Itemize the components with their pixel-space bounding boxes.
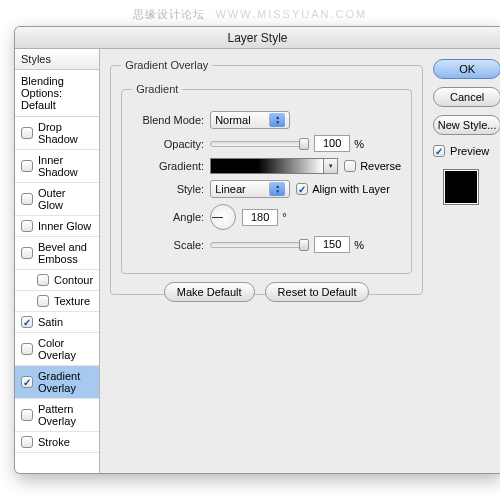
sidebar-checkbox[interactable] [37, 295, 49, 307]
sidebar-checkbox[interactable] [21, 409, 33, 421]
sidebar-item-stroke[interactable]: Stroke [15, 432, 99, 453]
chevron-updown-icon [269, 113, 285, 127]
sidebar-checkbox[interactable] [21, 247, 33, 259]
sidebar-checkbox[interactable] [21, 376, 33, 388]
angle-dial[interactable] [210, 204, 236, 230]
preview-swatch [443, 169, 479, 205]
sidebar-item-label: Bevel and Emboss [38, 241, 93, 265]
reverse-label: Reverse [360, 160, 401, 172]
make-default-button[interactable]: Make Default [164, 282, 255, 302]
sidebar-item-contour[interactable]: Contour [15, 270, 99, 291]
angle-unit: ° [282, 211, 286, 223]
sidebar-checkbox[interactable] [21, 343, 33, 355]
right-column: OK Cancel New Style... Preview [433, 59, 500, 473]
sidebar-item-label: Contour [54, 274, 93, 286]
watermark: 思缘设计论坛 WWW.MISSYUAN.COM [0, 6, 500, 22]
gradient-group: Gradient Blend Mode: Normal Opacity: 100… [121, 83, 412, 274]
opacity-value[interactable]: 100 [314, 135, 350, 152]
sidebar-header[interactable]: Styles [15, 49, 99, 70]
sidebar-checkbox[interactable] [21, 220, 33, 232]
sidebar-item-label: Color Overlay [38, 337, 93, 361]
layer-style-window: Layer Style Styles Blending Options: Def… [14, 26, 500, 474]
window-title: Layer Style [15, 27, 500, 49]
gradient-dropdown-icon[interactable] [324, 158, 338, 174]
blend-mode-select[interactable]: Normal [210, 111, 290, 129]
angle-label: Angle: [132, 211, 204, 223]
opacity-thumb[interactable] [299, 138, 309, 150]
sidebar-blending-options[interactable]: Blending Options: Default [15, 70, 99, 117]
sidebar-item-outer-glow[interactable]: Outer Glow [15, 183, 99, 216]
style-value: Linear [215, 183, 265, 195]
new-style-button[interactable]: New Style... [433, 115, 500, 135]
style-select[interactable]: Linear [210, 180, 290, 198]
gradient-legend: Gradient [132, 83, 182, 95]
scale-slider[interactable] [210, 242, 308, 248]
scale-thumb[interactable] [299, 239, 309, 251]
sidebar-item-bevel-and-emboss[interactable]: Bevel and Emboss [15, 237, 99, 270]
sidebar-item-color-overlay[interactable]: Color Overlay [15, 333, 99, 366]
sidebar-item-label: Stroke [38, 436, 70, 448]
sidebar-item-label: Inner Shadow [38, 154, 93, 178]
blend-mode-value: Normal [215, 114, 265, 126]
sidebar-checkbox[interactable] [21, 436, 33, 448]
opacity-slider[interactable] [210, 141, 308, 147]
sidebar-item-inner-glow[interactable]: Inner Glow [15, 216, 99, 237]
gradient-preview[interactable] [210, 158, 324, 174]
sidebar-item-label: Outer Glow [38, 187, 93, 211]
blend-mode-label: Blend Mode: [132, 114, 204, 126]
sidebar-item-texture[interactable]: Texture [15, 291, 99, 312]
sidebar-item-pattern-overlay[interactable]: Pattern Overlay [15, 399, 99, 432]
opacity-unit: % [354, 138, 364, 150]
sidebar-checkbox[interactable] [21, 316, 33, 328]
preview-checkbox[interactable] [433, 145, 445, 157]
align-label: Align with Layer [312, 183, 390, 195]
sidebar-item-label: Drop Shadow [38, 121, 93, 145]
sidebar-checkbox[interactable] [21, 127, 33, 139]
preview-label: Preview [450, 145, 489, 157]
chevron-updown-icon [269, 182, 285, 196]
angle-value[interactable]: 180 [242, 209, 278, 226]
watermark-en: WWW.MISSYUAN.COM [215, 8, 367, 20]
opacity-label: Opacity: [132, 138, 204, 150]
scale-unit: % [354, 239, 364, 251]
scale-value[interactable]: 150 [314, 236, 350, 253]
sidebar-item-label: Satin [38, 316, 63, 328]
cancel-button[interactable]: Cancel [433, 87, 500, 107]
gradient-label: Gradient: [132, 160, 204, 172]
scale-label: Scale: [132, 239, 204, 251]
styles-sidebar: Styles Blending Options: Default Drop Sh… [15, 49, 100, 473]
style-label: Style: [132, 183, 204, 195]
reset-default-button[interactable]: Reset to Default [265, 282, 370, 302]
sidebar-item-inner-shadow[interactable]: Inner Shadow [15, 150, 99, 183]
sidebar-item-label: Inner Glow [38, 220, 91, 232]
sidebar-item-satin[interactable]: Satin [15, 312, 99, 333]
sidebar-item-label: Texture [54, 295, 90, 307]
sidebar-checkbox[interactable] [37, 274, 49, 286]
ok-button[interactable]: OK [433, 59, 500, 79]
watermark-cn: 思缘设计论坛 [133, 8, 205, 20]
align-checkbox[interactable] [296, 183, 308, 195]
sidebar-item-gradient-overlay[interactable]: Gradient Overlay [15, 366, 99, 399]
gradient-overlay-legend: Gradient Overlay [121, 59, 212, 71]
sidebar-checkbox[interactable] [21, 193, 33, 205]
gradient-overlay-group: Gradient Overlay Gradient Blend Mode: No… [110, 59, 423, 295]
sidebar-item-drop-shadow[interactable]: Drop Shadow [15, 117, 99, 150]
reverse-checkbox[interactable] [344, 160, 356, 172]
sidebar-item-label: Gradient Overlay [38, 370, 93, 394]
sidebar-checkbox[interactable] [21, 160, 33, 172]
sidebar-item-label: Pattern Overlay [38, 403, 93, 427]
